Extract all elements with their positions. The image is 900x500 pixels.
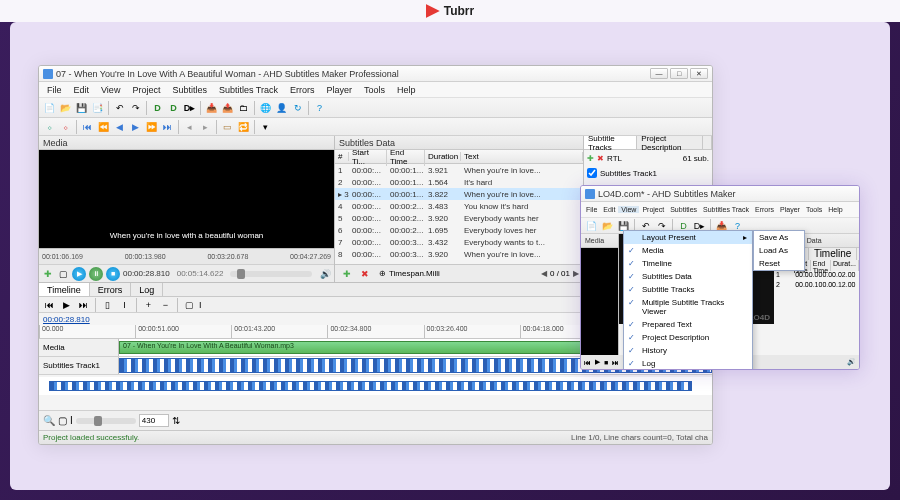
view-menu-item[interactable]: Prepared Text	[624, 318, 752, 331]
save-icon[interactable]: 💾	[74, 100, 89, 115]
view-menu-item[interactable]: Timeline	[624, 257, 752, 270]
subtitle-row[interactable]: 100:00:...00:00:1...3.921When you're in …	[335, 164, 583, 176]
tl-sqr-icon[interactable]: ▢	[182, 297, 197, 312]
subtitle-row[interactable]: 200:00:...00:00:1...1.564It's hard	[335, 176, 583, 188]
view-menu-item[interactable]: History	[624, 344, 752, 357]
menu-subtitles[interactable]: Subtitles	[166, 85, 213, 95]
mute-icon[interactable]: 🔊	[319, 268, 331, 280]
tab-project-description[interactable]: Project Description	[637, 136, 703, 149]
new-icon[interactable]: 📄	[42, 100, 57, 115]
minimize-button[interactable]: —	[650, 68, 668, 79]
undo-icon[interactable]: ↶	[112, 100, 127, 115]
open-icon[interactable]: 📂	[58, 100, 73, 115]
menu-view[interactable]: View	[95, 85, 126, 95]
menu-player[interactable]: Player	[777, 206, 803, 213]
new-icon[interactable]: 📄	[584, 218, 599, 233]
prev-icon[interactable]: ◀	[112, 119, 127, 134]
menu-tools[interactable]: Tools	[803, 206, 825, 213]
track-item[interactable]: Subtitles Track1	[587, 168, 709, 178]
menu-player[interactable]: Player	[320, 85, 358, 95]
subtitle-row[interactable]: 800:00:...00:00:3...3.920When you're in …	[335, 248, 583, 260]
marker-b-icon[interactable]: ▸	[198, 119, 213, 134]
tab-subtitle-tracks[interactable]: Subtitle Tracks	[584, 136, 637, 149]
play2-icon[interactable]: D	[166, 100, 181, 115]
layout-submenu-item[interactable]: Save As	[754, 231, 804, 244]
layout-submenu-item[interactable]: Reset	[754, 257, 804, 270]
zoom-out-icon[interactable]: 🔍	[43, 415, 55, 426]
track-add-icon[interactable]: ✚	[587, 154, 594, 163]
view-menu-item[interactable]: Media	[624, 244, 752, 257]
video-preview[interactable]: When you're in love with a beautiful wom…	[39, 150, 334, 248]
track-del-icon[interactable]: ✖	[597, 154, 604, 163]
view-menu-item[interactable]: Project Description	[624, 331, 752, 344]
marker-a-icon[interactable]: ◂	[182, 119, 197, 134]
menu-subtitles-track[interactable]: Subtitles Track	[213, 85, 284, 95]
clip-icon[interactable]: ▭	[220, 119, 235, 134]
view-menu-item[interactable]: Layout Present ▸	[624, 231, 752, 244]
mini-vol-icon[interactable]: 🔊	[847, 358, 856, 366]
menu-help[interactable]: Help	[391, 85, 422, 95]
tab-timeline[interactable]: Timeline	[809, 248, 857, 260]
seek-slider[interactable]	[230, 271, 312, 277]
table-row[interactable]: 100.00.000.00.02.00	[774, 271, 859, 281]
box-icon[interactable]: 🗀	[236, 100, 251, 115]
sub-add-icon[interactable]: ✚	[339, 266, 354, 281]
view-menu-item[interactable]: Subtitle Tracks	[624, 283, 752, 296]
skip-end-icon[interactable]: ⏭	[160, 119, 175, 134]
help-icon[interactable]: ?	[312, 100, 327, 115]
menu-file[interactable]: File	[41, 85, 68, 95]
add-marker-icon[interactable]: ✚	[42, 268, 54, 280]
view-menu-item[interactable]: Subtitles Data	[624, 270, 752, 283]
maximize-button[interactable]: □	[670, 68, 688, 79]
tl-text-icon[interactable]: I	[117, 297, 132, 312]
import-icon[interactable]: 📥	[204, 100, 219, 115]
mini-next-icon[interactable]: ⏭	[612, 359, 619, 366]
loop-icon[interactable]: 🔁	[236, 119, 251, 134]
export-icon[interactable]: 📤	[220, 100, 235, 115]
tab-timeline[interactable]: Timeline	[39, 283, 90, 296]
menu-project[interactable]: Project	[639, 206, 667, 213]
tab-log[interactable]: Log	[131, 283, 163, 296]
mini-play-icon[interactable]: ▶	[595, 358, 600, 366]
b2-icon[interactable]: ⬦	[58, 119, 73, 134]
tl-skip-start-icon[interactable]: ⏮	[42, 297, 57, 312]
tl-skip-end-icon[interactable]: ⏭	[76, 297, 91, 312]
next-icon[interactable]: ▶	[128, 119, 143, 134]
stop-button[interactable]: ■	[106, 267, 120, 281]
subtitle-row[interactable]: 400:00:...00:00:2...3.483You know it's h…	[335, 200, 583, 212]
menu-subtitles[interactable]: Subtitles	[667, 206, 700, 213]
subtitle-row[interactable]: 500:00:...00:00:2...3.920Everybody wants…	[335, 212, 583, 224]
close-button[interactable]: ✕	[690, 68, 708, 79]
track-checkbox[interactable]	[587, 168, 597, 178]
rewind-icon[interactable]: ⏪	[96, 119, 111, 134]
layout-submenu-item[interactable]: Load As	[754, 244, 804, 257]
tl-plus-icon[interactable]: +	[141, 297, 156, 312]
dd-icon[interactable]: ▾	[258, 119, 273, 134]
capture-icon[interactable]: ▢	[57, 268, 69, 280]
subtitle-row[interactable]: 600:00:...00:00:2...1.695Everybody loves…	[335, 224, 583, 236]
play-button[interactable]: ▶	[72, 267, 86, 281]
menu-subtitles-track[interactable]: Subtitles Track	[700, 206, 752, 213]
menu-view[interactable]: View	[618, 206, 639, 213]
video-preview-small[interactable]	[581, 248, 618, 355]
save-as-icon[interactable]: 📑	[90, 100, 105, 115]
menu-edit[interactable]: Edit	[600, 206, 618, 213]
mini-stop-icon[interactable]: ■	[604, 359, 608, 366]
tl-col-icon[interactable]: ▯	[100, 297, 115, 312]
sub-del-icon[interactable]: ✖	[357, 266, 372, 281]
subtitle-row[interactable]: ▸ 300:00:...00:00:1...3.822When you're i…	[335, 188, 583, 200]
redo-icon[interactable]: ↷	[128, 100, 143, 115]
play3-icon[interactable]: D▸	[182, 100, 197, 115]
globe-icon[interactable]: 🌐	[258, 100, 273, 115]
view-menu-item[interactable]: Log	[624, 357, 752, 370]
menu-help[interactable]: Help	[825, 206, 845, 213]
menu-errors[interactable]: Errors	[752, 206, 777, 213]
zoom-value-input[interactable]	[139, 414, 169, 427]
open-icon[interactable]: 📂	[600, 218, 615, 233]
user-icon[interactable]: 👤	[274, 100, 289, 115]
b1-icon[interactable]: ⬦	[42, 119, 57, 134]
menu-edit[interactable]: Edit	[68, 85, 96, 95]
subtitle-row[interactable]: 700:00:...00:00:3...3.432Everybody wants…	[335, 236, 583, 248]
play-icon[interactable]: D	[150, 100, 165, 115]
tl-play-icon[interactable]: ▶	[59, 297, 74, 312]
